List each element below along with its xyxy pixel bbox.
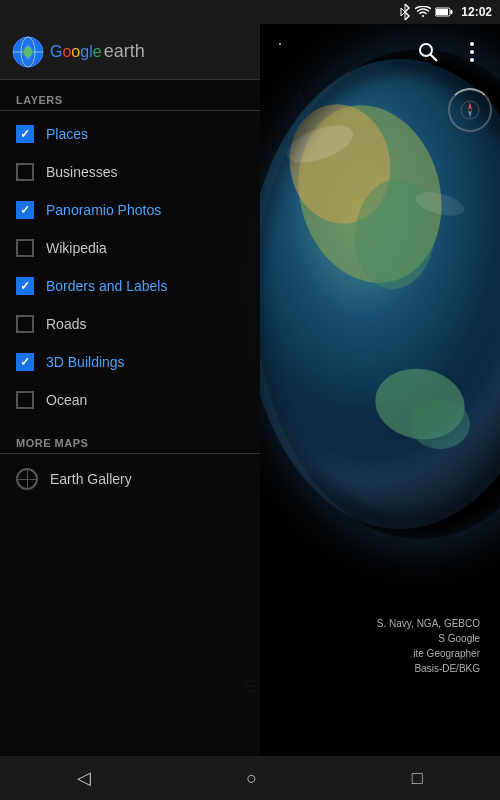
top-controls <box>400 24 500 80</box>
panoramio-checkbox[interactable] <box>16 201 34 219</box>
svg-point-41 <box>470 50 474 54</box>
attribution-line-1: S. Navy, NGA, GEBCO <box>377 616 480 631</box>
layer-item-wikipedia[interactable]: Wikipedia <box>0 229 260 267</box>
home-button[interactable]: ○ <box>226 760 277 797</box>
bluetooth-icon <box>399 4 411 20</box>
businesses-label: Businesses <box>46 164 118 180</box>
places-label: Places <box>46 126 88 142</box>
attribution-text: S. Navy, NGA, GEBCO S Google ite Geograp… <box>377 616 480 676</box>
sidebar: Google earth LAYERS Places Businesses <box>0 24 260 756</box>
status-time: 12:02 <box>461 5 492 19</box>
layer-item-ocean[interactable]: Ocean <box>0 381 260 419</box>
attribution-line-2: S Google <box>377 631 480 646</box>
earth-gallery-item[interactable]: Earth Gallery <box>0 458 260 500</box>
attribution-line-4: Basis-DE/BKG <box>377 661 480 676</box>
svg-rect-2 <box>436 9 448 15</box>
compass-indicator[interactable] <box>448 88 492 132</box>
app-container: S. Navy, NGA, GEBCO S Google ite Geograp… <box>0 24 500 756</box>
layers-section: LAYERS Places Businesses Panoramio Photo… <box>0 80 260 427</box>
buildings-checkbox[interactable] <box>16 353 34 371</box>
more-maps-divider <box>0 453 260 454</box>
logo-text: Google earth <box>50 41 145 62</box>
earth-gallery-label: Earth Gallery <box>50 471 132 487</box>
recents-button[interactable]: □ <box>392 760 443 797</box>
layer-item-roads[interactable]: Roads <box>0 305 260 343</box>
battery-icon <box>435 7 453 17</box>
svg-line-39 <box>431 55 438 62</box>
roads-checkbox[interactable] <box>16 315 34 333</box>
svg-point-3 <box>279 43 281 45</box>
status-icons: 12:02 <box>399 4 492 20</box>
svg-rect-1 <box>451 10 453 14</box>
ocean-checkbox[interactable] <box>16 391 34 409</box>
places-checkbox[interactable] <box>16 125 34 143</box>
ocean-label: Ocean <box>46 392 87 408</box>
svg-point-40 <box>470 42 474 46</box>
app-name-text: earth <box>104 41 145 62</box>
more-options-button[interactable] <box>452 32 492 72</box>
back-button[interactable]: ◁ <box>57 759 111 797</box>
borders-checkbox[interactable] <box>16 277 34 295</box>
svg-marker-45 <box>468 110 472 118</box>
logo-container: Google earth <box>12 36 145 68</box>
wikipedia-label: Wikipedia <box>46 240 107 256</box>
wikipedia-checkbox[interactable] <box>16 239 34 257</box>
wifi-icon <box>415 6 431 18</box>
google-brand-text: Google <box>50 43 102 61</box>
more-maps-section-label: MORE MAPS <box>0 431 260 453</box>
search-icon <box>417 41 439 63</box>
vertical-dots-icon <box>470 42 474 62</box>
status-bar: 12:02 <box>0 0 500 24</box>
app-header: Google earth <box>0 24 260 80</box>
google-earth-logo-icon <box>12 36 44 68</box>
layer-item-buildings[interactable]: 3D Buildings <box>0 343 260 381</box>
more-maps-section: MORE MAPS Earth Gallery <box>0 427 260 504</box>
navigation-bar: ◁ ○ □ <box>0 756 500 800</box>
attribution-line-3: ite Geographer <box>377 646 480 661</box>
svg-point-42 <box>470 58 474 62</box>
roads-label: Roads <box>46 316 86 332</box>
earth-gallery-icon <box>16 468 38 490</box>
borders-label: Borders and Labels <box>46 278 167 294</box>
layers-section-label: LAYERS <box>0 88 260 110</box>
compass-icon <box>460 100 480 120</box>
layer-item-panoramio[interactable]: Panoramio Photos <box>0 191 260 229</box>
panoramio-label: Panoramio Photos <box>46 202 161 218</box>
svg-point-38 <box>420 44 432 56</box>
buildings-label: 3D Buildings <box>46 354 125 370</box>
svg-marker-44 <box>468 102 472 110</box>
layers-divider <box>0 110 260 111</box>
layer-item-businesses[interactable]: Businesses <box>0 153 260 191</box>
layer-item-borders[interactable]: Borders and Labels <box>0 267 260 305</box>
businesses-checkbox[interactable] <box>16 163 34 181</box>
search-button[interactable] <box>408 32 448 72</box>
layer-item-places[interactable]: Places <box>0 115 260 153</box>
